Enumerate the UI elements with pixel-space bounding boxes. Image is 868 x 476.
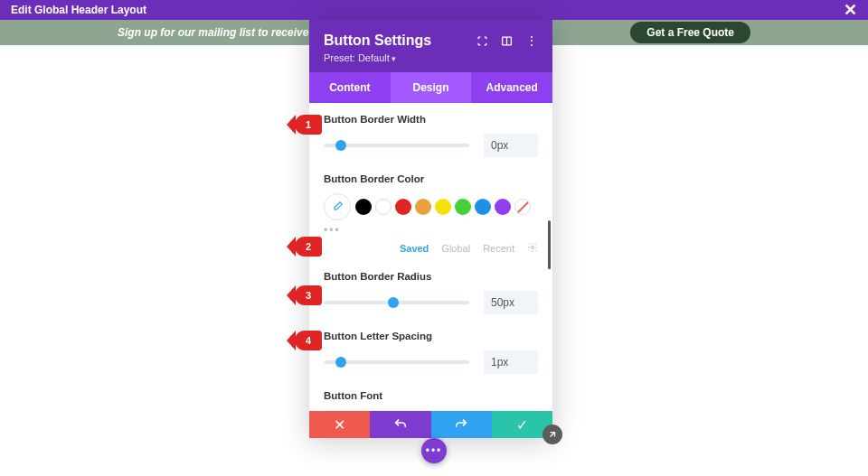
annotation-marker-4: 4 — [295, 331, 322, 350]
annotation-marker-1: 1 — [295, 115, 322, 135]
settings-panel: Button Settings ⋮ Preset: Default Conten… — [309, 20, 552, 438]
tab-advanced[interactable]: Advanced — [471, 72, 552, 103]
close-icon[interactable]: ✕ — [844, 2, 857, 18]
panel-footer: ✕ ✓ — [309, 411, 552, 438]
field-letter-spacing: Button Letter Spacing 1px — [324, 331, 538, 374]
color-swatch[interactable] — [455, 199, 471, 215]
color-swatch[interactable] — [495, 199, 511, 215]
input-letter-spacing[interactable]: 1px — [484, 350, 538, 374]
panel-title: Button Settings — [324, 33, 431, 49]
color-swatch[interactable] — [435, 199, 451, 215]
label-letter-spacing: Button Letter Spacing — [324, 331, 538, 341]
color-swatch[interactable] — [475, 199, 491, 215]
label-border-color: Button Border Color — [324, 173, 538, 184]
label-border-radius: Button Border Radius — [324, 271, 538, 282]
tab-content[interactable]: Content — [309, 72, 391, 103]
eyedropper-icon[interactable] — [324, 193, 351, 220]
undo-button[interactable] — [370, 411, 430, 438]
color-swatch[interactable] — [355, 199, 372, 215]
annotation-marker-2: 2 — [295, 237, 322, 257]
panel-body: Button Border Width 0px Button Border Co… — [309, 103, 552, 411]
slider-border-radius[interactable] — [324, 301, 469, 304]
expand-icon[interactable] — [476, 35, 488, 47]
color-swatch[interactable] — [395, 199, 411, 215]
color-tab-global[interactable]: Global — [441, 243, 470, 254]
field-font: Button Font Poppins ⇅ — [324, 390, 538, 411]
input-border-radius[interactable]: 50px — [484, 291, 538, 314]
gear-icon[interactable] — [527, 242, 538, 255]
label-border-width: Button Border Width — [324, 114, 538, 125]
annotation-marker-3: 3 — [295, 285, 322, 305]
color-swatch[interactable] — [375, 199, 392, 215]
scrollbar-thumb[interactable] — [548, 220, 551, 269]
input-border-width[interactable]: 0px — [484, 134, 538, 157]
resize-handle-icon[interactable] — [542, 425, 562, 444]
color-tab-recent[interactable]: Recent — [483, 243, 514, 254]
page-actions-fab[interactable]: ••• — [421, 438, 447, 463]
redo-button[interactable] — [431, 411, 492, 438]
field-border-radius: Button Border Radius 50px — [324, 271, 538, 314]
quote-button[interactable]: Get a Free Quote — [630, 22, 750, 43]
select-font[interactable]: Poppins ⇅ — [324, 410, 538, 411]
global-header-title: Edit Global Header Layout — [11, 4, 146, 16]
color-tab-saved[interactable]: Saved — [400, 243, 429, 254]
columns-icon[interactable] — [501, 35, 513, 47]
tab-design[interactable]: Design — [391, 72, 472, 103]
color-swatch[interactable] — [415, 199, 431, 215]
svg-point-2 — [532, 247, 534, 249]
slider-thumb[interactable] — [388, 297, 399, 308]
panel-header: Button Settings ⋮ Preset: Default — [309, 20, 552, 72]
global-header-bar: Edit Global Header Layout ✕ — [0, 0, 868, 20]
slider-thumb[interactable] — [335, 140, 346, 151]
slider-thumb[interactable] — [335, 357, 346, 368]
slider-border-width[interactable] — [324, 144, 469, 147]
panel-tabs: Content Design Advanced — [309, 72, 552, 103]
field-border-color: Button Border Color ••• Saved Global Rec… — [324, 173, 538, 255]
slider-letter-spacing[interactable] — [324, 360, 469, 364]
color-swatches — [324, 193, 538, 220]
color-tab-row: Saved Global Recent — [324, 242, 538, 255]
preset-dropdown[interactable]: Preset: Default — [324, 52, 538, 63]
kebab-menu-icon[interactable]: ⋮ — [525, 33, 538, 48]
label-font: Button Font — [324, 390, 538, 401]
field-border-width: Button Border Width 0px — [324, 114, 538, 157]
cancel-button[interactable]: ✕ — [309, 411, 370, 438]
more-colors-icon[interactable]: ••• — [324, 224, 538, 237]
color-swatch[interactable] — [514, 199, 531, 215]
